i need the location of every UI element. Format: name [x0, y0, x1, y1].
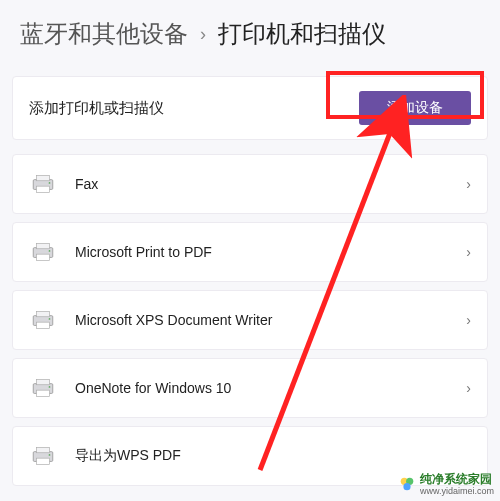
svg-rect-1: [37, 175, 50, 180]
logo-icon: [398, 475, 416, 493]
chevron-right-icon: ›: [466, 380, 471, 396]
svg-rect-17: [37, 447, 50, 452]
add-printer-row: 添加打印机或扫描仪 添加设备: [12, 76, 488, 140]
device-name: 导出为WPS PDF: [75, 447, 471, 465]
watermark-site: 纯净系统家园: [420, 472, 494, 486]
device-row[interactable]: Microsoft XPS Document Writer ›: [12, 290, 488, 350]
svg-rect-5: [37, 243, 50, 248]
chevron-right-icon: ›: [466, 176, 471, 192]
svg-rect-6: [37, 254, 50, 260]
chevron-right-icon: ›: [466, 244, 471, 260]
breadcrumb-parent[interactable]: 蓝牙和其他设备: [20, 18, 188, 50]
watermark: 纯净系统家园 www.yidaimei.com: [398, 472, 494, 497]
printer-icon: [29, 309, 57, 331]
printer-icon: [29, 241, 57, 263]
svg-point-7: [49, 250, 51, 252]
chevron-right-icon: ›: [200, 24, 206, 45]
breadcrumb: 蓝牙和其他设备 › 打印机和扫描仪: [0, 0, 500, 72]
breadcrumb-current: 打印机和扫描仪: [218, 18, 386, 50]
printer-icon: [29, 445, 57, 467]
device-name: Fax: [75, 176, 466, 192]
svg-rect-10: [37, 322, 50, 329]
svg-point-19: [49, 454, 51, 456]
svg-rect-2: [37, 186, 50, 193]
svg-rect-18: [37, 458, 50, 465]
chevron-right-icon: ›: [466, 312, 471, 328]
device-row[interactable]: OneNote for Windows 10 ›: [12, 358, 488, 418]
add-printer-label: 添加打印机或扫描仪: [29, 99, 359, 118]
printer-icon: [29, 377, 57, 399]
device-row[interactable]: Fax ›: [12, 154, 488, 214]
svg-point-23: [403, 484, 410, 491]
device-name: OneNote for Windows 10: [75, 380, 466, 396]
svg-rect-13: [37, 379, 50, 384]
svg-rect-9: [37, 311, 50, 316]
svg-point-15: [49, 386, 51, 388]
svg-rect-14: [37, 390, 50, 397]
svg-point-3: [49, 182, 51, 184]
device-name: Microsoft XPS Document Writer: [75, 312, 466, 328]
device-row[interactable]: Microsoft Print to PDF ›: [12, 222, 488, 282]
svg-point-11: [49, 318, 51, 320]
printer-icon: [29, 173, 57, 195]
add-device-button[interactable]: 添加设备: [359, 91, 471, 125]
watermark-url: www.yidaimei.com: [420, 486, 494, 497]
device-name: Microsoft Print to PDF: [75, 244, 466, 260]
